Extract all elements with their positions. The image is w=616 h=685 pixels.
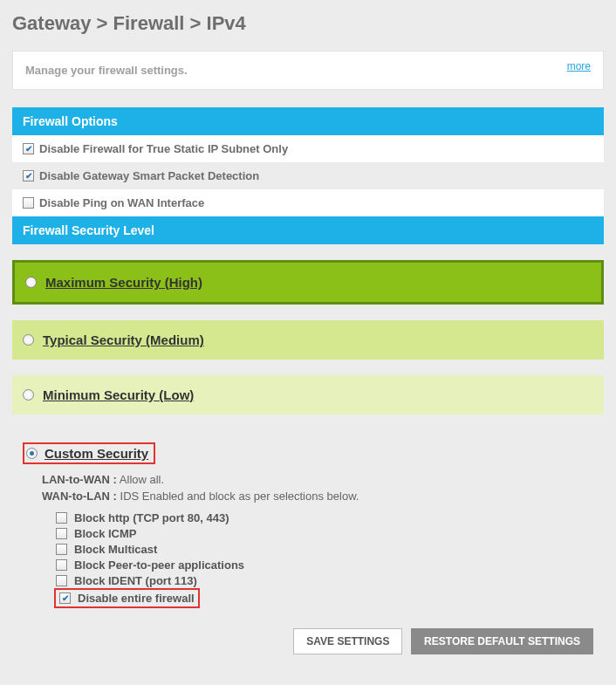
custom-security-details: LAN-to-WAN : Allow all. WAN-to-LAN : IDS… (12, 473, 604, 618)
description-text: Manage your firewall settings. (25, 64, 188, 77)
custom-sub-option-disable-firewall[interactable]: Disable entire firewall (56, 590, 198, 606)
restore-defaults-button[interactable]: RESTORE DEFAULT SETTINGS (411, 628, 593, 654)
custom-sub-option[interactable]: Block Multicast (56, 543, 593, 556)
security-level-label: Maximum Security (High) (45, 275, 202, 290)
sub-option-label: Disable entire firewall (78, 592, 195, 605)
footer-buttons: SAVE SETTINGS RESTORE DEFAULT SETTINGS (12, 618, 604, 660)
option-label: Disable Ping on WAN Interface (39, 196, 204, 209)
wan-to-lan-value: IDS Enabled and block as per selections … (120, 490, 359, 503)
description-box: Manage your firewall settings. more (12, 51, 604, 90)
radio-icon[interactable] (25, 277, 37, 288)
checkbox-icon[interactable] (23, 197, 34, 209)
custom-sub-option[interactable]: Block Peer-to-peer applications (56, 558, 593, 572)
checkbox-icon[interactable] (56, 528, 67, 539)
checkbox-icon[interactable] (56, 559, 67, 571)
option-row[interactable]: Disable Gateway Smart Packet Detection (12, 162, 604, 189)
custom-sub-option[interactable]: Block http (TCP port 80, 443) (56, 511, 593, 524)
lan-to-wan-label: LAN-to-WAN : (42, 473, 117, 486)
checkbox-icon[interactable] (56, 575, 67, 586)
security-level-label: Custom Security (44, 446, 148, 461)
option-label: Disable Gateway Smart Packet Detection (39, 169, 259, 182)
radio-icon[interactable] (23, 389, 34, 401)
checkbox-icon[interactable] (56, 512, 67, 524)
wan-to-lan-label: WAN-to-LAN : (42, 490, 117, 503)
security-level-medium[interactable]: Typical Security (Medium) (12, 320, 604, 360)
option-row[interactable]: Disable Firewall for True Static IP Subn… (12, 135, 604, 162)
save-settings-button[interactable]: SAVE SETTINGS (293, 628, 402, 654)
security-level-high[interactable]: Maximum Security (High) (12, 260, 604, 305)
sub-option-label: Block http (TCP port 80, 443) (74, 511, 229, 524)
more-link[interactable]: more (567, 60, 591, 72)
security-level-label: Typical Security (Medium) (43, 332, 204, 347)
sub-option-label: Block Peer-to-peer applications (74, 558, 244, 572)
lan-to-wan-value: Allow all. (120, 473, 164, 486)
checkbox-icon[interactable] (23, 143, 34, 154)
sub-option-label: Block ICMP (74, 527, 137, 540)
security-level-label: Minimum Security (Low) (43, 387, 194, 402)
radio-icon[interactable] (26, 448, 38, 459)
security-level-custom[interactable]: Custom Security (12, 430, 604, 469)
breadcrumb: Gateway > Firewall > IPv4 (12, 12, 604, 35)
checkbox-icon[interactable] (59, 593, 71, 604)
checkbox-icon[interactable] (56, 544, 67, 555)
sub-option-label: Block Multicast (74, 543, 157, 556)
checkbox-icon[interactable] (23, 170, 34, 182)
custom-sub-option[interactable]: Block ICMP (56, 527, 593, 540)
custom-sub-option[interactable]: Block IDENT (port 113) (56, 574, 593, 587)
radio-icon[interactable] (23, 334, 34, 346)
option-label: Disable Firewall for True Static IP Subn… (39, 142, 288, 155)
security-level-low[interactable]: Minimum Security (Low) (12, 375, 604, 414)
option-row[interactable]: Disable Ping on WAN Interface (12, 189, 604, 216)
section-header-security-level: Firewall Security Level (12, 216, 604, 244)
sub-option-label: Block IDENT (port 113) (74, 574, 197, 587)
section-header-firewall-options: Firewall Options (12, 107, 604, 135)
